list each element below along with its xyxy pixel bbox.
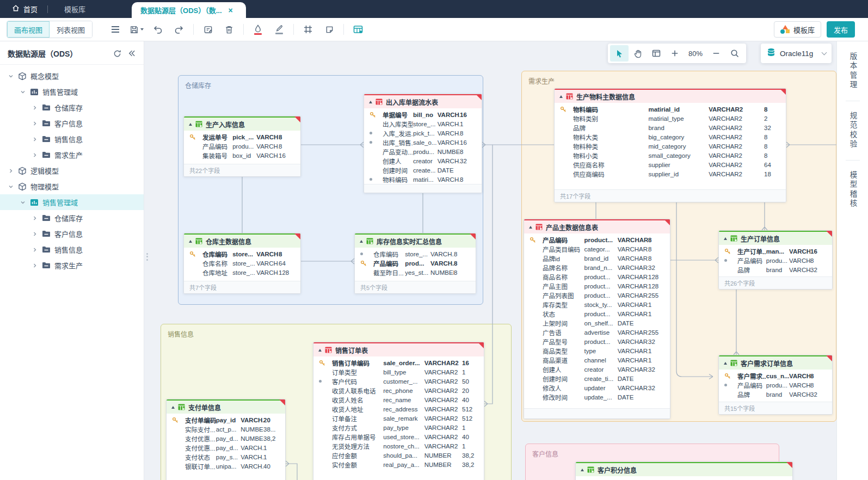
entity-header[interactable]: 销售订单表: [313, 342, 484, 356]
save-dropdown-caret-icon[interactable]: [140, 28, 144, 30]
tree-item-demand-concept[interactable]: 需求生产: [0, 147, 144, 163]
undo-button[interactable]: [151, 22, 165, 37]
tree-item-sales-physical[interactable]: 销售信息: [0, 242, 144, 257]
chevron-down-icon[interactable]: [8, 73, 14, 79]
entity-header[interactable]: 支付单信息: [167, 399, 285, 414]
field-row[interactable]: 仓库名称store_...VARCH...64: [184, 259, 300, 268]
collapse-icon[interactable]: [171, 406, 175, 409]
collapse-icon[interactable]: [529, 226, 532, 229]
chevron-down-icon[interactable]: [8, 184, 14, 189]
tab-close-icon[interactable]: ×: [229, 6, 233, 15]
entity-io_flow[interactable]: 出入库单据流水表单据编号bill_noVARCH...16出入库类型store_…: [364, 94, 482, 193]
redo-button[interactable]: [172, 22, 186, 37]
field-row[interactable]: 应付金额should_pa...NUMBER38,2: [313, 451, 484, 460]
minimap-button[interactable]: [647, 45, 666, 61]
select-tool-button[interactable]: [610, 45, 629, 61]
tab-model-audit[interactable]: 模型稽核: [847, 169, 858, 211]
active-tab[interactable]: 数据贴源层（ODS）（数... ×: [132, 2, 246, 18]
tree-item-customer-physical[interactable]: 客户信息: [0, 226, 144, 242]
field-row[interactable]: 银联订单...unipa...VARCH...40: [167, 461, 285, 471]
tree-item-demand-physical[interactable]: 需求生产: [0, 257, 144, 273]
field-row[interactable]: 收货人联系电话rec_phoneVARCHAR220: [313, 386, 484, 395]
collapse-icon[interactable]: [369, 101, 372, 103]
tree-item-warehouse-concept[interactable]: 仓储库存: [0, 100, 144, 115]
menu-button[interactable]: [108, 22, 122, 37]
tree-item-customer-concept[interactable]: 客户信息: [0, 115, 144, 131]
chevron-down-icon[interactable]: [20, 200, 26, 205]
template-library-nav[interactable]: 模板库: [48, 0, 102, 18]
field-row[interactable]: 物料编码matirial_idVARCHAR28: [555, 104, 786, 114]
entity-prod_order[interactable]: 生产订单信息生产订单...man...VARCH...16产品编码produ..…: [718, 230, 833, 290]
field-row[interactable]: 出库_销售...sale_o...VARCH...16: [364, 138, 482, 147]
entity-header[interactable]: 库存信息实时汇总信息: [355, 233, 476, 248]
collapse-icon[interactable]: [360, 240, 363, 243]
tree-item-warehouse-physical[interactable]: 仓储库存: [0, 210, 144, 226]
field-row[interactable]: 收货人姓名rec_nameVARCHAR240: [313, 395, 484, 404]
field-row[interactable]: 截至昨日...yes_st...NUMBER8: [355, 268, 476, 277]
chevron-right-icon[interactable]: [8, 168, 14, 174]
field-row[interactable]: 仓库地址store_...VARCH...128: [184, 268, 300, 277]
field-row[interactable]: 物料大类big_categoryVARCHAR28: [555, 132, 786, 141]
publish-button[interactable]: 发布: [827, 21, 855, 38]
field-row[interactable]: 品牌名称brand_n...VARCHAR232: [524, 263, 670, 272]
field-row[interactable]: 创建时间create_ti...DATE: [524, 374, 670, 383]
field-row[interactable]: 修改时间update_...DATE: [524, 392, 670, 402]
tree-item-concept-model[interactable]: 概念模型: [0, 68, 144, 84]
save-button[interactable]: [130, 22, 144, 37]
template-library-button[interactable]: 模板库: [774, 21, 821, 38]
field-row[interactable]: 商品渠道channelVARCHAR21: [524, 355, 670, 365]
entity-sale_order[interactable]: 销售订单表销售订单编码sale_order...VARCHAR216订单类型bi…: [313, 342, 484, 480]
field-row[interactable]: 产品编码product...VARCHAR28: [524, 235, 670, 244]
field-row[interactable]: 创建人creatorVARCHAR232: [524, 365, 670, 374]
field-row[interactable]: 商品名称product...VARCHAR2128: [524, 272, 670, 281]
frame-button[interactable]: [301, 22, 315, 37]
field-row[interactable]: 产品型号product...VARCHAR232: [524, 337, 670, 346]
field-row[interactable]: 客户需求...cus_n...VARCH...8: [719, 371, 832, 380]
diagram-canvas[interactable]: 仓储库存需求生产销售信息客户信息 生产: [144, 41, 836, 480]
field-row[interactable]: 无货处理方法nostore_ch...VARCHAR21: [313, 441, 484, 451]
collapse-panel-icon[interactable]: [128, 50, 136, 57]
field-row[interactable]: 产品变动...produ...NUMBER8: [364, 147, 482, 156]
field-row[interactable]: 创建人creatorVARCH...32: [364, 156, 482, 165]
field-row[interactable]: 集装箱号box_idVARCH...16: [184, 151, 300, 160]
chevron-right-icon[interactable]: [32, 231, 38, 237]
collapse-icon[interactable]: [189, 123, 192, 126]
canvas-view-button[interactable]: 画布视图: [7, 21, 50, 38]
entity-stock_summary[interactable]: 库存信息实时汇总信息仓库编码store_...VARCH...8产品编码prod…: [354, 233, 476, 294]
pan-tool-button[interactable]: [629, 45, 647, 61]
line-color-button[interactable]: [272, 22, 286, 37]
field-row[interactable]: 产品编码produ...VARCH...8: [719, 256, 832, 265]
entity-header[interactable]: 出入库单据流水表: [364, 94, 482, 108]
field-row[interactable]: 客户代码customer_...VARCHAR250: [313, 377, 484, 386]
fill-color-button[interactable]: [251, 22, 265, 37]
field-row[interactable]: 支付状态pay_s...VARCH...1: [167, 452, 285, 461]
field-row[interactable]: 物料小类small_categoryVARCHAR28: [555, 151, 786, 160]
field-row[interactable]: 品牌brandVARCH...32: [719, 390, 832, 399]
field-row[interactable]: 物料种类mid_categoryVARCHAR28: [555, 141, 786, 151]
field-row[interactable]: 入库_发运...pick_t...VARCH...8: [364, 128, 482, 138]
entity-product_master[interactable]: 产品主数据信息表产品编码product...VARCHAR28产品类目编码cat…: [524, 219, 670, 419]
field-row[interactable]: 仓库编码store_...VARCH...8: [355, 249, 476, 259]
entity-points[interactable]: 客户积分信息: [575, 461, 793, 480]
chevron-right-icon[interactable]: [32, 263, 38, 268]
tree-item-sales-domain-concept[interactable]: 销售管理域: [0, 84, 144, 100]
field-row[interactable]: 发运单号pick_...VARCH...8: [184, 132, 300, 141]
field-row[interactable]: 创建时间create...DATE: [364, 165, 482, 175]
entity-cust_demand[interactable]: 客户需求订单信息客户需求...cus_n...VARCH...8产品编码prod…: [718, 355, 833, 415]
entity-material_master[interactable]: 生产物料主数据信息物料编码matirial_idVARCHAR28物料类别mat…: [554, 88, 786, 202]
tree-item-sales-domain-physical[interactable]: 销售管理域: [0, 194, 144, 210]
field-row[interactable]: 上架时间on_shelf...DATE: [524, 318, 670, 328]
tab-spec-validation[interactable]: 规范校验: [847, 109, 858, 152]
collapse-icon[interactable]: [318, 349, 322, 352]
entity-header[interactable]: 生产入库信息: [184, 116, 300, 131]
field-row[interactable]: 产品主图product...VARCHAR2128: [524, 281, 670, 291]
note-button[interactable]: [322, 22, 336, 37]
table-config-button[interactable]: [351, 22, 365, 37]
zoom-out-button[interactable]: [707, 45, 725, 61]
field-row[interactable]: 实际支付...act_p...NUMBER38...: [167, 424, 285, 434]
field-row[interactable]: 库存类型stock_ty...VARCHAR21: [524, 300, 670, 309]
entity-header[interactable]: 产品主数据信息表: [524, 219, 670, 233]
field-row[interactable]: 物料类别matirial_typeVARCHAR22: [555, 114, 786, 123]
collapse-icon[interactable]: [724, 237, 727, 240]
field-row[interactable]: 支付方式pay_typeVARCHAR21: [313, 423, 484, 432]
